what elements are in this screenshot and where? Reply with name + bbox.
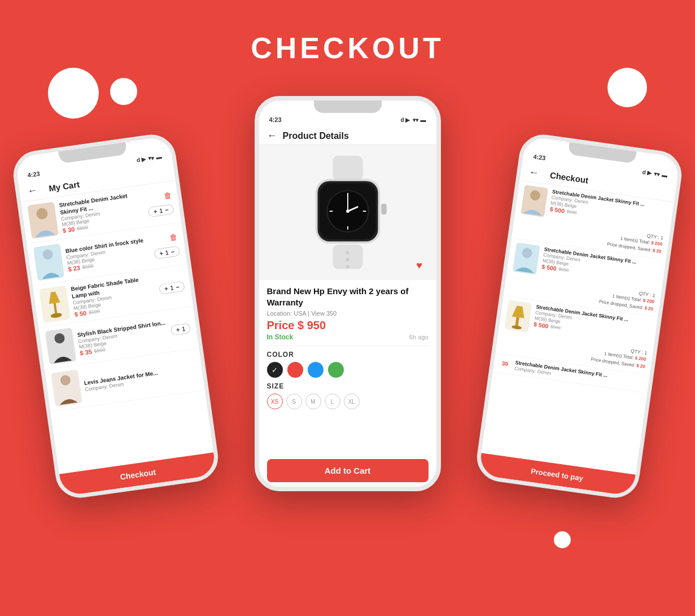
carrier-icon: d ▶ xyxy=(401,117,410,123)
wishlist-button[interactable]: ♥ xyxy=(410,256,429,274)
deco-circle-1 xyxy=(48,68,99,119)
color-section: COLOR ✓ xyxy=(267,348,429,380)
color-blue[interactable] xyxy=(308,362,324,378)
qty-plus[interactable]: + xyxy=(153,208,158,215)
product-image-container: ♥ xyxy=(259,145,436,280)
checkout-items-list: Stretchable Denim Jacket Skinny Fit ... … xyxy=(482,181,674,475)
checkout-item-price: $ 500 xyxy=(541,263,557,272)
svg-rect-12 xyxy=(333,156,362,180)
product-name: Brand New Hp Envy with 2 years of Warran… xyxy=(267,286,429,308)
product-location: Location: USA | View 350 xyxy=(267,310,429,317)
product-info: Brand New Hp Envy with 2 years of Warran… xyxy=(259,280,436,455)
cart-items-list: Stretchable Denim Jacket Skinny Fit ... … xyxy=(21,181,213,474)
item-image xyxy=(33,244,65,281)
status-time-center: 4:23 xyxy=(269,116,282,123)
checkout-item-price: $ 500 xyxy=(533,321,549,330)
item-image xyxy=(45,327,76,365)
center-phone: 4:23 d ▶ ▾▾ ▬ ← Product Details xyxy=(255,96,441,491)
qty-control[interactable]: + 1 − xyxy=(148,204,174,217)
size-l[interactable]: L xyxy=(325,394,340,409)
size-s[interactable]: S xyxy=(286,394,302,409)
cart-title: My Cart xyxy=(48,180,80,193)
qty-value: 1 xyxy=(170,284,174,291)
delete-button[interactable]: 🗑 xyxy=(169,232,178,242)
item-details: Stretchable Denim Jacket Skinny Fit ... … xyxy=(59,190,146,234)
status-icons-center: d ▶ ▾▾ ▬ xyxy=(401,117,426,123)
delete-button[interactable]: 🗑 xyxy=(163,190,172,200)
back-button-left[interactable]: ← xyxy=(27,184,38,197)
svg-point-24 xyxy=(346,209,349,213)
battery-icon: ▬ xyxy=(421,117,426,123)
item-details: Levis Jeans Jacket for Me... Company: De… xyxy=(84,364,197,392)
battery-icon: ▬ xyxy=(156,153,162,160)
carrier-icon-r: d ▶ xyxy=(642,169,652,176)
checkout-item-price-badge: 30 xyxy=(499,357,512,369)
back-button-center[interactable]: ← xyxy=(267,130,277,142)
qty-value: 1 xyxy=(159,207,163,215)
qty-control[interactable]: + 1 − xyxy=(154,246,180,259)
phone-notch-center xyxy=(314,101,382,113)
product-details-title: Product Details xyxy=(283,131,349,141)
stock-status: In Stock xyxy=(267,333,294,341)
color-green[interactable] xyxy=(328,362,344,378)
network-icon: d ▶ xyxy=(136,155,146,163)
qty-minus[interactable]: − xyxy=(171,248,175,255)
checkout-title: Checkout xyxy=(549,170,589,185)
status-time-right: 4:23 xyxy=(533,153,546,161)
wifi-icon: ▾▾ xyxy=(148,154,154,161)
old-price: $500 xyxy=(76,224,88,231)
item-image xyxy=(39,286,71,323)
svg-point-27 xyxy=(346,251,349,255)
status-time-left: 4:23 xyxy=(27,170,40,178)
deco-circle-4 xyxy=(554,531,571,548)
status-icons-right: d ▶ ▾▾ ▬ xyxy=(642,169,668,178)
size-xs[interactable]: XS xyxy=(267,394,283,409)
color-label: COLOR xyxy=(267,351,429,359)
item-details: Stylish Black Stripped Shirt lon... Comp… xyxy=(77,318,168,356)
qty-plus[interactable]: + xyxy=(164,285,168,292)
qty-plus[interactable]: + xyxy=(159,250,163,257)
qty-value: 1 xyxy=(165,249,169,256)
nav-bar: ← Product Details xyxy=(259,126,436,145)
qty-plus[interactable]: + xyxy=(176,326,180,334)
back-button-right[interactable]: ← xyxy=(528,166,540,179)
size-section: SIZE XS S M L XL xyxy=(267,380,429,412)
item-image xyxy=(51,369,82,407)
qty-minus[interactable]: − xyxy=(176,283,180,291)
checkout-item-old-price: $500 xyxy=(566,209,577,215)
page-title: CHECKOUT xyxy=(251,31,444,65)
color-red[interactable] xyxy=(287,362,303,378)
checkout-item-old-price: $500 xyxy=(558,267,569,273)
old-price: $500 xyxy=(82,263,94,270)
product-image xyxy=(297,153,399,272)
size-m[interactable]: M xyxy=(305,394,321,409)
qty-value: 1 xyxy=(181,325,186,333)
checkout-item-old-price: $500 xyxy=(550,324,561,330)
color-options: ✓ xyxy=(267,362,429,378)
old-price: $500 xyxy=(88,308,100,316)
size-options: XS S M L XL xyxy=(267,394,429,409)
checkout-item-image xyxy=(513,242,540,274)
item-image xyxy=(27,202,59,239)
qty-control[interactable]: + 1 xyxy=(171,323,191,336)
checkout-item-image xyxy=(505,300,532,332)
divider xyxy=(267,346,429,346)
checkout-item-price: $ 500 xyxy=(549,206,565,215)
price-value: $ 23 xyxy=(68,264,81,273)
item-details: Beige Fabric Shade Table Lamp with Compa… xyxy=(71,274,158,318)
wifi-icon: ▾▾ xyxy=(413,117,418,123)
deco-circle-3 xyxy=(607,68,647,107)
qty-control[interactable]: + 1 − xyxy=(159,281,185,295)
size-label: SIZE xyxy=(267,382,429,390)
wifi-icon-r: ▾▾ xyxy=(654,171,660,177)
add-to-cart-button[interactable]: Add to Cart xyxy=(267,459,429,482)
price-value: $ 50 xyxy=(74,309,87,318)
qty-minus[interactable]: − xyxy=(164,206,169,213)
product-price: Price $ 950 xyxy=(267,319,429,332)
color-black[interactable]: ✓ xyxy=(267,362,283,378)
right-phone: 4:23 d ▶ ▾▾ ▬ ← Checkout xyxy=(474,132,684,501)
price-value: $ 35 xyxy=(80,348,93,356)
stock-row: In Stock 6h ago xyxy=(267,333,429,341)
size-xl[interactable]: XL xyxy=(344,394,360,409)
svg-rect-25 xyxy=(381,204,387,215)
